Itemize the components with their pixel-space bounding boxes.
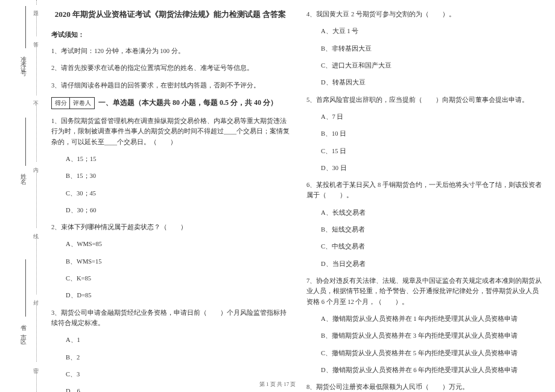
q5-stem: 5、首席风险官提出辞职的，应当提前（ ）向期货公司董事会提出申请。	[306, 95, 545, 105]
q1-opt-d: D、30；60	[51, 205, 290, 215]
q6-stem: 6、某投机者于某日买入 8 手铜期货合约，一天后他将头寸平仓了结，则该投资者属于…	[306, 180, 545, 201]
q4-opt-c: C、进口大豆和国产大豆	[306, 60, 545, 71]
q4-stem: 4、我国黄大豆 2 号期货可参与交割的为（ ）。	[306, 9, 545, 19]
q1-opt-b: B、15；30	[51, 171, 290, 181]
q1-stem: 1、国务院期货监督管理机构在调查操纵期货交易价格、内幕交易等重大期货违法行为时，…	[51, 116, 290, 147]
side-field-name: 姓名	[9, 169, 27, 179]
binding-label-xian: 线	[34, 228, 40, 234]
q7-opt-c: C、撤销期货从业人员资格并在 5 年内拒绝受理其从业人员资格申请	[306, 348, 545, 358]
q4-opt-d: D、转基因大豆	[306, 77, 545, 87]
instruction-1: 1、考试时间：120 分钟，本卷满分为 100 分。	[51, 46, 290, 56]
right-column: 4、我国黄大豆 2 号期货可参与交割的为（ ）。 A、大豆 1 号 B、非转基因…	[306, 9, 545, 392]
content-area: 2020 年期货从业资格证考试《期货法律法规》能力检测试题 含答案 考试须知： …	[51, 9, 546, 392]
q2-opt-a: A、WMS=85	[51, 239, 290, 249]
q7-stem: 7、协会对违反有关法律、法规、规章及中国证监会有关规定或者本准则的期货从业人员，…	[306, 276, 545, 307]
q1-opt-a: A、15；15	[51, 154, 290, 164]
q7-opt-b: B、撤销期货从业人员资格并在 3 年内拒绝受理其从业人员资格申请	[306, 330, 545, 341]
q7-opt-a: A、撤销期货从业人员资格并在 1 年内拒绝受理其从业人员资格申请	[306, 314, 545, 324]
q3-opt-c: C、3	[51, 369, 290, 379]
q2-opt-b: B、WMS=15	[51, 256, 290, 267]
q5-opt-b: B、10 日	[306, 128, 545, 139]
side-underline-examid	[25, 6, 26, 48]
q6-opt-c: C、中线交易者	[306, 241, 545, 251]
score-cell-score: 得分	[52, 98, 70, 109]
binding-label-feng: 封	[34, 294, 40, 300]
q2-opt-c: C、K=85	[51, 273, 290, 283]
q5-opt-c: C、15 日	[306, 146, 545, 156]
binding-dotted-line	[36, 0, 37, 392]
q5-opt-d: D、30 日	[306, 163, 545, 173]
binding-label-ti: 题	[34, 5, 40, 11]
q3-stem: 3、期货公司申请金融期货经纪业务资格，申请日前（ ）个月风险监管指标持续符合规定…	[51, 308, 290, 329]
q3-opt-a: A、1	[51, 335, 290, 345]
q4-opt-a: A、大豆 1 号	[306, 26, 545, 36]
side-underline-province	[25, 259, 26, 317]
left-column: 2020 年期货从业资格证考试《期货法律法规》能力检测试题 含答案 考试须知： …	[51, 9, 290, 392]
side-field-province: 省（市区）	[9, 320, 27, 344]
side-underline-name	[25, 118, 26, 166]
page-footer: 第 1 页 共 17 页	[0, 381, 555, 388]
q2-stem: 2、束体下列哪种情况属于超卖状态？（ ）	[51, 222, 290, 232]
q3-opt-b: B、2	[51, 352, 290, 362]
q4-opt-b: B、非转基因大豆	[306, 43, 545, 54]
binding-label-mi: 密	[34, 362, 40, 368]
q2-opt-d: D、D=85	[51, 290, 290, 300]
q6-opt-d: D、当日交易者	[306, 259, 545, 269]
instruction-2: 2、请首先按要求在试卷的指定位置填写您的姓名、准考证号等信息。	[51, 63, 290, 73]
score-section: 得分 评卷人 一、单选题（本大题共 80 小题，每题 0.5 分，共 40 分）	[51, 97, 290, 109]
q6-opt-b: B、短线交易者	[306, 224, 545, 235]
q5-opt-a: A、7 日	[306, 112, 545, 122]
q6-opt-a: A、长线交易者	[306, 207, 545, 218]
instruction-3: 3、请仔细阅读各种题目的回答要求，在密封线内答题，否则不予评分。	[51, 80, 290, 90]
score-box: 得分 评卷人	[51, 97, 95, 109]
binding-label-bu: 不	[34, 95, 40, 101]
instructions-heading: 考试须知：	[51, 30, 290, 39]
side-field-examid: 准考证号	[9, 51, 27, 71]
q7-opt-d: D、撤销期货从业人员资格并在 6 年内拒绝受理其从业人员资格申请	[306, 365, 545, 375]
exam-title: 2020 年期货从业资格证考试《期货法律法规》能力检测试题 含答案	[51, 9, 290, 20]
binding-margin: 密 封 线 内 不 答 题 省（市区） 姓名 准考证号	[0, 0, 42, 392]
q1-opt-c: C、30；45	[51, 188, 290, 198]
binding-label-da: 答	[34, 36, 40, 42]
score-cell-grader: 评卷人	[70, 98, 94, 109]
binding-label-nei: 内	[34, 162, 40, 168]
section-1-heading: 一、单选题（本大题共 80 小题，每题 0.5 分，共 40 分）	[98, 98, 278, 108]
